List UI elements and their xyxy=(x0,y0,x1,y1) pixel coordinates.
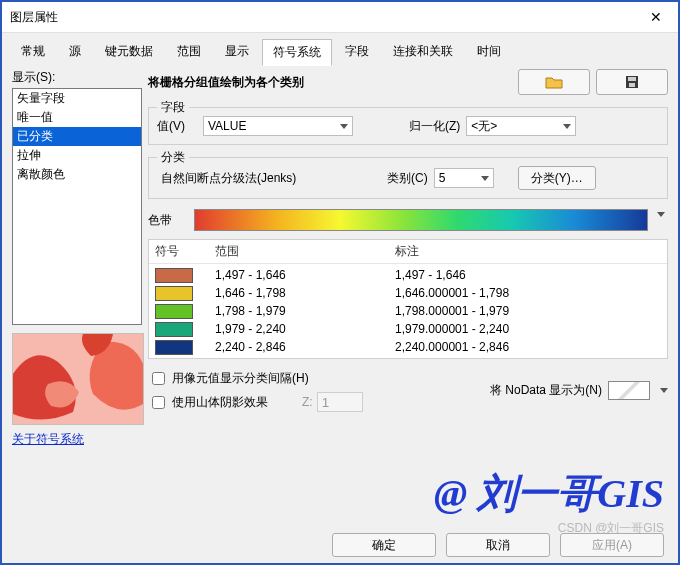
svg-rect-2 xyxy=(628,77,636,81)
save-icon xyxy=(625,75,639,89)
classes-count-combo[interactable]: 5 xyxy=(434,168,494,188)
tab-5[interactable]: 符号系统 xyxy=(262,39,332,66)
class-label: 1,798.000001 - 1,979 xyxy=(395,304,661,318)
chevron-down-icon xyxy=(563,124,571,129)
preview-image xyxy=(13,334,143,424)
class-range: 1,497 - 1,646 xyxy=(215,268,395,282)
close-icon[interactable]: ✕ xyxy=(642,5,670,29)
color-ramp-combo[interactable] xyxy=(194,209,648,231)
chevron-down-icon xyxy=(660,388,668,393)
color-ramp-label: 色带 xyxy=(148,212,188,229)
class-label: 2,240.000001 - 2,846 xyxy=(395,340,661,354)
tab-strip: 常规源键元数据范围显示符号系统字段连接和关联时间 xyxy=(2,33,678,65)
layer-properties-window: 图层属性 ✕ 常规源键元数据范围显示符号系统字段连接和关联时间 显示(S): 矢… xyxy=(0,0,680,565)
nodata-label: 将 NoData 显示为(N) xyxy=(490,382,602,399)
chevron-down-icon xyxy=(481,176,489,181)
chevron-down-icon xyxy=(340,124,348,129)
class-row[interactable]: 2,240 - 2,8462,240.000001 - 2,846 xyxy=(155,338,661,356)
save-button[interactable] xyxy=(596,69,668,95)
tab-8[interactable]: 时间 xyxy=(466,38,512,65)
tab-2[interactable]: 键元数据 xyxy=(94,38,164,65)
class-swatch[interactable] xyxy=(155,286,193,301)
normalize-label: 归一化(Z) xyxy=(409,118,460,135)
value-label: 值(V) xyxy=(157,118,197,135)
show-label: 显示(S): xyxy=(12,69,142,86)
class-range: 1,798 - 1,979 xyxy=(215,304,395,318)
renderer-item[interactable]: 已分类 xyxy=(13,127,141,146)
class-table-header: 符号 范围 标注 xyxy=(149,240,667,264)
open-button[interactable] xyxy=(518,69,590,95)
tab-7[interactable]: 连接和关联 xyxy=(382,38,464,65)
about-symbology-link[interactable]: 关于符号系统 xyxy=(12,431,142,448)
nodata-color-swatch[interactable] xyxy=(608,381,650,400)
tab-4[interactable]: 显示 xyxy=(214,38,260,65)
class-row[interactable]: 1,646 - 1,7981,646.000001 - 1,798 xyxy=(155,284,661,302)
classification-group: 分类 自然间断点分级法(Jenks) 类别(C) 5 分类(Y)… xyxy=(148,157,668,199)
class-label: 1,646.000001 - 1,798 xyxy=(395,286,661,300)
cancel-button[interactable]: 取消 xyxy=(446,533,550,557)
ok-button[interactable]: 确定 xyxy=(332,533,436,557)
classification-method: 自然间断点分级法(Jenks) xyxy=(157,170,351,187)
classes-label: 类别(C) xyxy=(387,170,428,187)
value-field-combo[interactable]: VALUE xyxy=(203,116,353,136)
titlebar: 图层属性 ✕ xyxy=(2,2,678,33)
chevron-down-icon xyxy=(657,212,665,217)
renderer-item[interactable]: 拉伸 xyxy=(13,146,141,165)
svg-rect-3 xyxy=(629,83,635,87)
preview-thumbnail xyxy=(12,333,144,425)
class-range: 1,646 - 1,798 xyxy=(215,286,395,300)
class-swatch[interactable] xyxy=(155,340,193,355)
watermark: @ 刘一哥GIS xyxy=(434,466,664,521)
class-table[interactable]: 符号 范围 标注 1,497 - 1,6461,497 - 1,6461,646… xyxy=(148,239,668,359)
window-title: 图层属性 xyxy=(10,9,642,26)
renderer-item[interactable]: 唯一值 xyxy=(13,108,141,127)
normalize-combo[interactable]: <无> xyxy=(466,116,576,136)
classify-button[interactable]: 分类(Y)… xyxy=(518,166,596,190)
classification-group-label: 分类 xyxy=(157,149,189,166)
z-label: Z: xyxy=(302,395,313,409)
z-input xyxy=(317,392,363,412)
class-swatch[interactable] xyxy=(155,304,193,319)
class-row[interactable]: 1,497 - 1,6461,497 - 1,646 xyxy=(155,266,661,284)
renderer-list[interactable]: 矢量字段唯一值已分类拉伸离散颜色 xyxy=(12,88,142,325)
field-group-label: 字段 xyxy=(157,99,189,116)
panel-heading: 将栅格分组值绘制为各个类别 xyxy=(148,74,512,91)
tab-3[interactable]: 范围 xyxy=(166,38,212,65)
show-using-cell-values-checkbox[interactable]: 用像元值显示分类间隔(H) xyxy=(148,369,363,388)
hillshade-checkbox[interactable]: 使用山体阴影效果 Z: xyxy=(148,392,363,412)
class-label: 1,979.000001 - 2,240 xyxy=(395,322,661,336)
class-row[interactable]: 1,798 - 1,9791,798.000001 - 1,979 xyxy=(155,302,661,320)
field-group: 字段 值(V) VALUE 归一化(Z) <无> xyxy=(148,107,668,145)
renderer-item[interactable]: 离散颜色 xyxy=(13,165,141,184)
class-range: 1,979 - 2,240 xyxy=(215,322,395,336)
tab-6[interactable]: 字段 xyxy=(334,38,380,65)
apply-button[interactable]: 应用(A) xyxy=(560,533,664,557)
class-row[interactable]: 1,979 - 2,2401,979.000001 - 2,240 xyxy=(155,320,661,338)
class-label: 1,497 - 1,646 xyxy=(395,268,661,282)
folder-open-icon xyxy=(545,75,563,89)
renderer-item[interactable]: 矢量字段 xyxy=(13,89,141,108)
tab-0[interactable]: 常规 xyxy=(10,38,56,65)
class-range: 2,240 - 2,846 xyxy=(215,340,395,354)
tab-1[interactable]: 源 xyxy=(58,38,92,65)
class-swatch[interactable] xyxy=(155,322,193,337)
class-swatch[interactable] xyxy=(155,268,193,283)
